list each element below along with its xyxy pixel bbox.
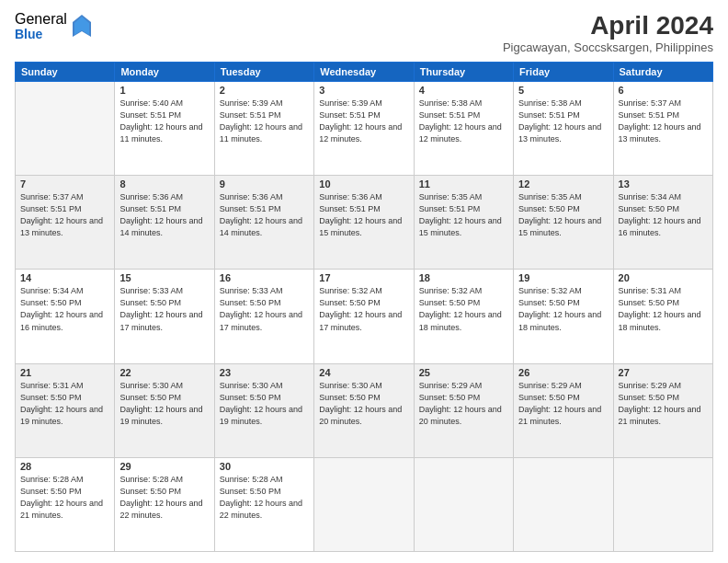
- day-cell: 1Sunrise: 5:40 AMSunset: 5:51 PMDaylight…: [115, 82, 214, 176]
- day-info: Sunrise: 5:36 AMSunset: 5:51 PMDaylight:…: [119, 191, 209, 239]
- day-info: Sunrise: 5:38 AMSunset: 5:51 PMDaylight:…: [518, 98, 608, 145]
- day-cell: 4Sunrise: 5:38 AMSunset: 5:51 PMDaylight…: [414, 82, 513, 176]
- day-info: Sunrise: 5:30 AMSunset: 5:50 PMDaylight:…: [119, 380, 209, 428]
- day-cell: 3Sunrise: 5:39 AMSunset: 5:51 PMDaylight…: [314, 82, 414, 176]
- title-block: April 2024 Pigcawayan, Soccsksargen, Phi…: [503, 11, 713, 54]
- day-cell: 14Sunrise: 5:34 AMSunset: 5:50 PMDayligh…: [16, 270, 115, 363]
- day-number: 8: [119, 178, 209, 190]
- day-cell: [16, 82, 115, 176]
- day-info: Sunrise: 5:32 AMSunset: 5:50 PMDaylight:…: [319, 285, 408, 333]
- day-cell: 13Sunrise: 5:34 AMSunset: 5:50 PMDayligh…: [613, 176, 712, 270]
- subtitle: Pigcawayan, Soccsksargen, Philippines: [503, 40, 713, 54]
- day-info: Sunrise: 5:36 AMSunset: 5:51 PMDaylight:…: [319, 191, 408, 239]
- day-cell: 16Sunrise: 5:33 AMSunset: 5:50 PMDayligh…: [214, 270, 313, 363]
- header: General Blue April 2024 Pigcawayan, Socc…: [15, 11, 713, 54]
- day-cell: 22Sunrise: 5:30 AMSunset: 5:50 PMDayligh…: [115, 363, 214, 457]
- day-number: 21: [20, 367, 109, 378]
- day-number: 30: [220, 461, 309, 472]
- day-number: 7: [20, 178, 109, 190]
- day-cell: 15Sunrise: 5:33 AMSunset: 5:50 PMDayligh…: [115, 270, 214, 363]
- day-cell: 21Sunrise: 5:31 AMSunset: 5:50 PMDayligh…: [16, 363, 115, 457]
- day-cell: 20Sunrise: 5:31 AMSunset: 5:50 PMDayligh…: [613, 270, 712, 363]
- day-number: 14: [20, 272, 109, 283]
- main-title: April 2024: [503, 11, 713, 40]
- logo-icon: [73, 15, 91, 37]
- day-info: Sunrise: 5:39 AMSunset: 5:51 PMDaylight:…: [220, 98, 309, 145]
- day-info: Sunrise: 5:29 AMSunset: 5:50 PMDaylight:…: [419, 380, 508, 428]
- day-cell: 18Sunrise: 5:32 AMSunset: 5:50 PMDayligh…: [414, 270, 513, 363]
- day-cell: [613, 457, 712, 551]
- day-info: Sunrise: 5:33 AMSunset: 5:50 PMDaylight:…: [119, 285, 209, 333]
- day-cell: 28Sunrise: 5:28 AMSunset: 5:50 PMDayligh…: [16, 457, 115, 551]
- day-info: Sunrise: 5:34 AMSunset: 5:50 PMDaylight:…: [619, 191, 708, 239]
- day-number: 28: [20, 461, 109, 472]
- day-info: Sunrise: 5:29 AMSunset: 5:50 PMDaylight:…: [518, 380, 608, 428]
- day-info: Sunrise: 5:29 AMSunset: 5:50 PMDaylight:…: [619, 380, 708, 428]
- day-cell: [514, 457, 613, 551]
- day-info: Sunrise: 5:38 AMSunset: 5:51 PMDaylight:…: [419, 98, 508, 145]
- day-info: Sunrise: 5:37 AMSunset: 5:51 PMDaylight:…: [619, 98, 708, 145]
- day-number: 11: [419, 178, 508, 190]
- logo-text: General Blue: [15, 11, 67, 41]
- day-number: 1: [119, 85, 209, 96]
- day-number: 15: [119, 272, 209, 283]
- day-number: 23: [220, 367, 309, 378]
- day-info: Sunrise: 5:32 AMSunset: 5:50 PMDaylight:…: [518, 285, 608, 333]
- day-number: 13: [619, 178, 708, 190]
- day-number: 2: [220, 85, 309, 96]
- col-header-thursday: Thursday: [414, 63, 513, 82]
- day-info: Sunrise: 5:31 AMSunset: 5:50 PMDaylight:…: [619, 285, 708, 333]
- day-info: Sunrise: 5:30 AMSunset: 5:50 PMDaylight:…: [220, 380, 309, 428]
- day-info: Sunrise: 5:40 AMSunset: 5:51 PMDaylight:…: [119, 98, 209, 145]
- day-number: 6: [619, 85, 708, 96]
- day-cell: 10Sunrise: 5:36 AMSunset: 5:51 PMDayligh…: [314, 176, 414, 270]
- day-number: 9: [220, 178, 309, 190]
- day-cell: [314, 457, 414, 551]
- day-cell: 19Sunrise: 5:32 AMSunset: 5:50 PMDayligh…: [514, 270, 613, 363]
- day-number: 17: [319, 272, 408, 283]
- day-number: 5: [518, 85, 608, 96]
- day-cell: 30Sunrise: 5:28 AMSunset: 5:50 PMDayligh…: [214, 457, 313, 551]
- week-row-1: 1Sunrise: 5:40 AMSunset: 5:51 PMDaylight…: [16, 82, 713, 176]
- logo: General Blue: [15, 11, 91, 41]
- day-cell: 5Sunrise: 5:38 AMSunset: 5:51 PMDaylight…: [514, 82, 613, 176]
- week-row-2: 7Sunrise: 5:37 AMSunset: 5:51 PMDaylight…: [16, 176, 713, 270]
- col-header-wednesday: Wednesday: [314, 63, 414, 82]
- day-cell: 8Sunrise: 5:36 AMSunset: 5:51 PMDaylight…: [115, 176, 214, 270]
- day-number: 19: [518, 272, 608, 283]
- calendar-table: SundayMondayTuesdayWednesdayThursdayFrid…: [15, 62, 713, 552]
- day-number: 16: [220, 272, 309, 283]
- day-number: 10: [319, 178, 408, 190]
- col-header-friday: Friday: [514, 63, 613, 82]
- day-cell: 26Sunrise: 5:29 AMSunset: 5:50 PMDayligh…: [514, 363, 613, 457]
- day-cell: 9Sunrise: 5:36 AMSunset: 5:51 PMDaylight…: [214, 176, 313, 270]
- day-info: Sunrise: 5:28 AMSunset: 5:50 PMDaylight:…: [220, 474, 309, 522]
- page: General Blue April 2024 Pigcawayan, Socc…: [0, 0, 728, 563]
- day-info: Sunrise: 5:32 AMSunset: 5:50 PMDaylight:…: [419, 285, 508, 333]
- day-number: 4: [419, 85, 508, 96]
- day-info: Sunrise: 5:39 AMSunset: 5:51 PMDaylight:…: [319, 98, 408, 145]
- day-info: Sunrise: 5:28 AMSunset: 5:50 PMDaylight:…: [20, 474, 109, 522]
- day-cell: 25Sunrise: 5:29 AMSunset: 5:50 PMDayligh…: [414, 363, 513, 457]
- day-cell: 2Sunrise: 5:39 AMSunset: 5:51 PMDaylight…: [214, 82, 313, 176]
- day-number: 27: [619, 367, 708, 378]
- day-cell: 27Sunrise: 5:29 AMSunset: 5:50 PMDayligh…: [613, 363, 712, 457]
- week-row-4: 21Sunrise: 5:31 AMSunset: 5:50 PMDayligh…: [16, 363, 713, 457]
- day-info: Sunrise: 5:35 AMSunset: 5:50 PMDaylight:…: [518, 191, 608, 239]
- day-number: 18: [419, 272, 508, 283]
- day-cell: 11Sunrise: 5:35 AMSunset: 5:51 PMDayligh…: [414, 176, 513, 270]
- col-header-saturday: Saturday: [613, 63, 712, 82]
- day-cell: 17Sunrise: 5:32 AMSunset: 5:50 PMDayligh…: [314, 270, 414, 363]
- day-cell: 6Sunrise: 5:37 AMSunset: 5:51 PMDaylight…: [613, 82, 712, 176]
- day-number: 22: [119, 367, 209, 378]
- day-number: 20: [619, 272, 708, 283]
- col-header-tuesday: Tuesday: [214, 63, 313, 82]
- day-info: Sunrise: 5:36 AMSunset: 5:51 PMDaylight:…: [220, 191, 309, 239]
- logo-general: General: [15, 11, 67, 28]
- day-number: 3: [319, 85, 408, 96]
- day-cell: 12Sunrise: 5:35 AMSunset: 5:50 PMDayligh…: [514, 176, 613, 270]
- day-cell: [414, 457, 513, 551]
- day-cell: 23Sunrise: 5:30 AMSunset: 5:50 PMDayligh…: [214, 363, 313, 457]
- day-cell: 7Sunrise: 5:37 AMSunset: 5:51 PMDaylight…: [16, 176, 115, 270]
- day-info: Sunrise: 5:35 AMSunset: 5:51 PMDaylight:…: [419, 191, 508, 239]
